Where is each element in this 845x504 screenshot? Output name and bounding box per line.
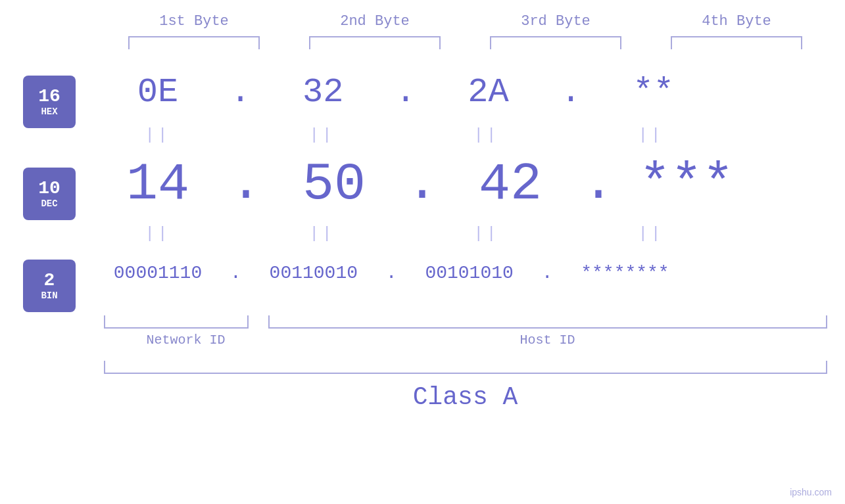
middle-area: 16 HEX 10 DEC 2 BIN 0E . 32 — [0, 62, 845, 312]
dec-badge-label: DEC — [41, 198, 57, 209]
bin-cell-3: 00101010 — [397, 263, 542, 283]
hex-badge-label: HEX — [41, 106, 57, 117]
bin-dot-1: . — [230, 263, 241, 283]
eq-row-1: || || || || — [85, 122, 809, 148]
dec-row: 14 . 50 . 42 . *** — [85, 148, 809, 220]
class-label: Class A — [104, 383, 827, 411]
hex-dot-1: . — [230, 73, 251, 112]
main-container: 1st Byte 2nd Byte 3rd Byte 4th Byte 16 H… — [0, 0, 845, 504]
header-byte4: 4th Byte — [664, 13, 809, 30]
bottom-bracket-host — [268, 315, 827, 329]
header-byte3: 3rd Byte — [483, 13, 628, 30]
bottom-area: Network ID Host ID — [104, 315, 827, 361]
top-bracket-4 — [671, 36, 802, 49]
bin-row: 00001110 . 00110010 . 00101010 . *******… — [85, 246, 809, 299]
bracket-gap — [249, 315, 268, 329]
hex-row: 0E . 32 . 2A . ** — [85, 62, 809, 122]
hex-value-1: 0E — [137, 73, 178, 112]
dec-cell-2: 50 — [262, 154, 406, 214]
dec-badge: 10 DEC — [23, 168, 76, 220]
hex-cell-2: 32 — [251, 73, 395, 112]
bottom-bracket-network — [104, 315, 249, 329]
bin-badge: 2 BIN — [23, 260, 76, 312]
eq-cell-3a: || — [414, 126, 559, 144]
eq-cell-3b: || — [414, 225, 559, 242]
hex-dot-3: . — [560, 73, 581, 112]
top-bracket-1 — [128, 36, 260, 49]
hex-badge: 16 HEX — [23, 76, 76, 128]
dec-value-4: *** — [639, 154, 734, 214]
dec-value-3: 42 — [479, 154, 542, 214]
byte-headers: 1st Byte 2nd Byte 3rd Byte 4th Byte — [104, 13, 827, 30]
top-brackets — [104, 36, 827, 49]
host-id-label: Host ID — [268, 332, 827, 348]
eq-cell-4b: || — [579, 225, 723, 242]
network-id-label: Network ID — [104, 332, 268, 348]
bin-dot-2: . — [386, 263, 397, 283]
hex-cell-4: ** — [581, 73, 726, 112]
hex-value-2: 32 — [302, 73, 343, 112]
dec-dot-2: . — [406, 158, 438, 210]
hex-value-3: 2A — [468, 73, 508, 112]
bin-value-3: 00101010 — [425, 263, 513, 283]
eq-row-2: || || || || — [85, 220, 809, 246]
id-labels: Network ID Host ID — [104, 332, 827, 348]
dec-dot-1: . — [230, 158, 262, 210]
eq-cell-2a: || — [250, 126, 395, 144]
eq-cell-1a: || — [85, 126, 230, 144]
data-columns: 0E . 32 . 2A . ** || || — [85, 62, 809, 312]
top-bracket-2 — [309, 36, 441, 49]
dec-cell-4: *** — [614, 154, 759, 214]
hex-value-4: ** — [633, 73, 673, 112]
eq-cell-2b: || — [250, 225, 395, 242]
badges-column: 16 HEX 10 DEC 2 BIN — [0, 62, 85, 312]
dec-badge-num: 10 — [38, 179, 60, 199]
bin-value-2: 00110010 — [270, 263, 358, 283]
dec-value-2: 50 — [302, 154, 366, 214]
bin-cell-2: 00110010 — [241, 263, 386, 283]
header-byte2: 2nd Byte — [302, 13, 447, 30]
hex-cell-3: 2A — [416, 73, 560, 112]
hex-badge-num: 16 — [38, 87, 60, 107]
top-bracket-3 — [490, 36, 621, 49]
bin-badge-num: 2 — [44, 271, 55, 291]
bin-badge-label: BIN — [41, 290, 57, 301]
header-byte1: 1st Byte — [122, 13, 266, 30]
dec-dot-3: . — [583, 158, 614, 210]
watermark: ipshu.com — [790, 487, 832, 497]
hex-dot-2: . — [395, 73, 416, 112]
bin-cell-1: 00001110 — [85, 263, 230, 283]
overall-bracket — [104, 361, 827, 374]
dec-cell-3: 42 — [438, 154, 583, 214]
eq-cell-1b: || — [85, 225, 230, 242]
bin-cell-4: ******** — [552, 263, 697, 283]
dec-value-1: 14 — [126, 154, 189, 214]
dec-cell-1: 14 — [85, 154, 230, 214]
eq-cell-4a: || — [579, 126, 723, 144]
bin-value-4: ******** — [581, 263, 669, 283]
bin-dot-3: . — [542, 263, 553, 283]
hex-cell-1: 0E — [85, 73, 230, 112]
bin-value-1: 00001110 — [114, 263, 202, 283]
bottom-brackets — [104, 315, 827, 329]
